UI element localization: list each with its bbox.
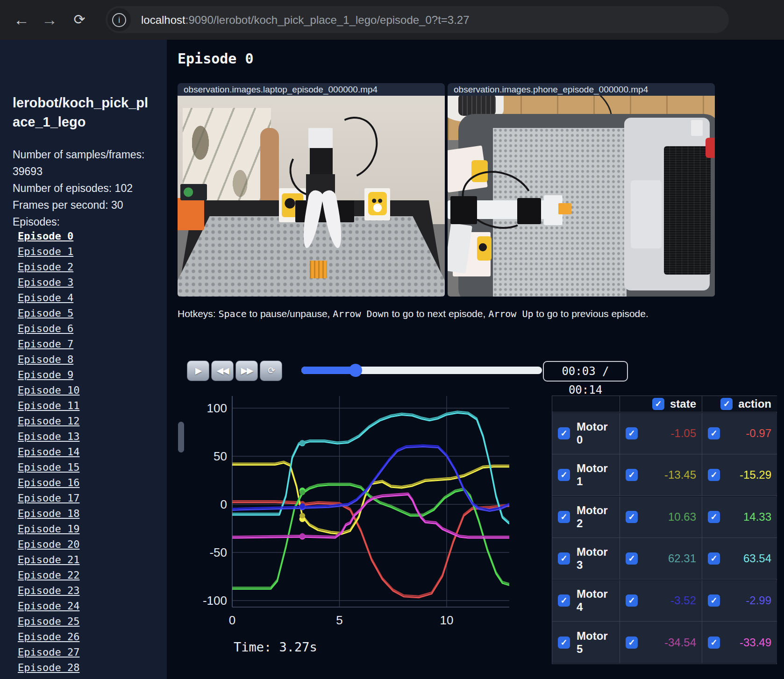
hotkeys-help-text: Hotkeys: Space to pause/unpause, Arrow D… bbox=[178, 308, 738, 319]
sidebar-episode-link[interactable]: Episode 11 bbox=[18, 398, 158, 413]
dataset-info-line: Episodes: bbox=[13, 213, 150, 230]
seek-slider-thumb[interactable] bbox=[349, 364, 362, 377]
sidebar-scrollbar-thumb[interactable] bbox=[178, 422, 184, 453]
sidebar-episode-link[interactable]: Episode 20 bbox=[18, 537, 158, 552]
sidebar-episode-link[interactable]: Episode 10 bbox=[18, 382, 158, 398]
checkbox-action[interactable]: ✓ bbox=[708, 511, 720, 523]
state-value: -1.05 bbox=[644, 427, 696, 440]
video-laptop[interactable] bbox=[178, 96, 445, 297]
sidebar-episode-link[interactable]: Episode 3 bbox=[18, 275, 158, 290]
laptop-trackpad bbox=[631, 180, 662, 248]
sidebar-episode-link[interactable]: Episode 0 bbox=[18, 228, 158, 244]
loop-icon: ⟳ bbox=[268, 366, 274, 375]
sidebar-episode-link[interactable]: Episode 6 bbox=[18, 321, 158, 336]
browser-back-icon[interactable]: ← bbox=[11, 9, 32, 30]
sidebar-episode-link[interactable]: Episode 23 bbox=[18, 583, 158, 598]
sidebar-episode-link[interactable]: Episode 7 bbox=[18, 336, 158, 352]
checkbox-motor[interactable]: ✓ bbox=[558, 427, 570, 439]
table-header-empty bbox=[552, 396, 620, 412]
play-button[interactable]: ▶ bbox=[187, 361, 209, 381]
browser-reload-icon[interactable]: ⟳ bbox=[69, 9, 90, 30]
state-value: 62.31 bbox=[644, 552, 696, 565]
checkbox-state[interactable]: ✓ bbox=[626, 469, 638, 481]
sidebar-episode-link[interactable]: Episode 9 bbox=[18, 367, 158, 382]
hotkey-key: Arrow Up bbox=[488, 308, 533, 319]
page-title: Episode 0 bbox=[178, 50, 254, 67]
sidebar-episode-link[interactable]: Episode 24 bbox=[18, 598, 158, 614]
table-row-label-cell: ✓Motor 2 bbox=[552, 496, 620, 538]
state-value: -34.54 bbox=[644, 636, 696, 649]
sidebar-episode-link[interactable]: Episode 27 bbox=[18, 644, 158, 660]
sidebar-episode-link[interactable]: Episode 18 bbox=[18, 506, 158, 521]
checkbox-state[interactable]: ✓ bbox=[626, 511, 638, 523]
checkbox-state[interactable]: ✓ bbox=[626, 552, 638, 565]
sidebar: lerobot/koch_pick_place_1_lego Number of… bbox=[0, 40, 167, 679]
current-time-marker bbox=[299, 533, 305, 539]
sidebar-episode-link[interactable]: Episode 1 bbox=[18, 244, 158, 259]
sidebar-episode-link[interactable]: Episode 13 bbox=[18, 429, 158, 444]
video-panel-phone[interactable]: observation.images.phone_episode_000000.… bbox=[448, 83, 715, 297]
circuit-board bbox=[180, 184, 207, 200]
rewind-button[interactable]: ◀◀ bbox=[211, 361, 234, 381]
sidebar-episode-link[interactable]: Episode 8 bbox=[18, 352, 158, 367]
checkbox-action[interactable]: ✓ bbox=[708, 552, 720, 565]
motor-timeseries-chart[interactable]: 100500-50-1000510Time: 3.27s bbox=[196, 395, 519, 665]
browser-forward-icon[interactable]: → bbox=[39, 9, 60, 30]
checkbox-action[interactable]: ✓ bbox=[708, 637, 720, 649]
sidebar-episode-link[interactable]: Episode 15 bbox=[18, 460, 158, 475]
table-row-label-cell: ✓Motor 1 bbox=[552, 454, 620, 496]
checkbox-action[interactable]: ✓ bbox=[708, 427, 720, 439]
checkbox-state-all[interactable]: ✓ bbox=[652, 398, 664, 410]
sidebar-episode-link[interactable]: Episode 16 bbox=[18, 475, 158, 490]
robot-body bbox=[310, 148, 333, 174]
smiley-sticker bbox=[368, 192, 387, 215]
checkbox-state[interactable]: ✓ bbox=[626, 594, 638, 607]
table-row-label-cell: ✓Motor 4 bbox=[552, 580, 620, 622]
sidebar-episode-link[interactable]: Episode 26 bbox=[18, 629, 158, 644]
site-info-icon[interactable]: i bbox=[107, 8, 131, 31]
x-tick-label: 10 bbox=[440, 613, 454, 627]
sidebar-episode-link[interactable]: Episode 4 bbox=[18, 290, 158, 305]
loop-button[interactable]: ⟳ bbox=[260, 361, 282, 381]
sidebar-episode-link[interactable]: Episode 19 bbox=[18, 521, 158, 537]
table-row-label-cell: ✓Motor 5 bbox=[552, 622, 620, 663]
sidebar-episode-link[interactable]: Episode 22 bbox=[18, 567, 158, 583]
checkbox-motor[interactable]: ✓ bbox=[558, 552, 570, 565]
sidebar-episode-link[interactable]: Episode 14 bbox=[18, 444, 158, 460]
checkbox-action[interactable]: ✓ bbox=[708, 469, 720, 481]
sidebar-episode-link[interactable]: Episode 2 bbox=[18, 259, 158, 275]
dataset-info-line: Frames per second: 30 bbox=[13, 197, 150, 213]
table-state-cell: ✓-1.05 bbox=[620, 413, 702, 454]
laptop-keyboard bbox=[664, 146, 711, 275]
checkbox-motor[interactable]: ✓ bbox=[558, 511, 570, 523]
robot-motor bbox=[517, 198, 541, 224]
table-header-action: ✓action bbox=[702, 396, 777, 412]
checkbox-motor[interactable]: ✓ bbox=[558, 594, 570, 607]
checkbox-action-all[interactable]: ✓ bbox=[720, 398, 733, 410]
sidebar-episode-link[interactable]: Episode 12 bbox=[18, 413, 158, 429]
table-action-cell: ✓-33.49 bbox=[702, 622, 777, 663]
fast-forward-button[interactable]: ▶▶ bbox=[235, 361, 258, 381]
seek-slider[interactable] bbox=[301, 367, 542, 374]
sidebar-episode-link[interactable]: Episode 28 bbox=[18, 660, 158, 675]
checkbox-motor[interactable]: ✓ bbox=[558, 637, 570, 649]
checkbox-state[interactable]: ✓ bbox=[626, 637, 638, 649]
app-window: ← → ⟳ i localhost:9090/lerobot/koch_pick… bbox=[0, 0, 784, 679]
hotkey-key: Space bbox=[219, 308, 247, 319]
checkbox-motor[interactable]: ✓ bbox=[558, 469, 570, 481]
sidebar-episode-link[interactable]: Episode 17 bbox=[18, 490, 158, 506]
panda-sticker bbox=[477, 236, 492, 261]
video-phone[interactable] bbox=[448, 96, 715, 297]
y-tick-label: -50 bbox=[209, 545, 227, 559]
fast-forward-icon: ▶▶ bbox=[241, 366, 252, 375]
hotkey-text: to go to previous episode. bbox=[533, 308, 648, 319]
checkbox-action[interactable]: ✓ bbox=[708, 594, 720, 607]
current-time-marker bbox=[299, 513, 305, 518]
table-row-label-cell: ✓Motor 0 bbox=[552, 413, 620, 454]
video-panel-laptop[interactable]: observation.images.laptop_episode_000000… bbox=[178, 83, 445, 297]
orange-lego-brick bbox=[310, 261, 327, 279]
sidebar-episode-link[interactable]: Episode 5 bbox=[18, 305, 158, 321]
sidebar-episode-link[interactable]: Episode 25 bbox=[18, 614, 158, 629]
sidebar-episode-link[interactable]: Episode 21 bbox=[18, 552, 158, 567]
checkbox-state[interactable]: ✓ bbox=[626, 427, 638, 439]
